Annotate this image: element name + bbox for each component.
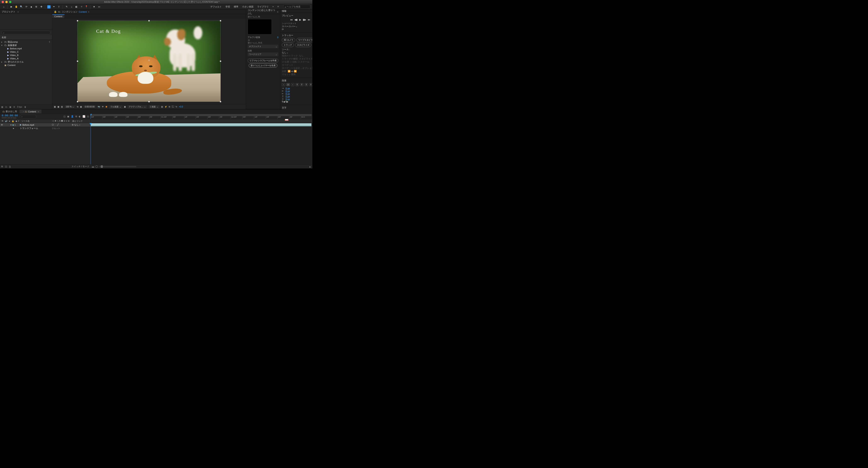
label-column[interactable]: ◆ bbox=[15, 119, 18, 123]
transform-handle[interactable] bbox=[220, 101, 221, 102]
fast-preview-icon[interactable]: ⚡ bbox=[164, 106, 167, 108]
timeline-tab-render-queue[interactable]: 🗀書き出し用 bbox=[0, 109, 20, 114]
info-panel-tab[interactable]: 情報≡ bbox=[280, 9, 312, 13]
collapse-icon[interactable]: ⊡ bbox=[87, 115, 89, 118]
tracker-tab-label[interactable]: トラッカー bbox=[282, 34, 293, 37]
zoom-out-icon[interactable]: ▬ bbox=[92, 165, 94, 168]
panel-menu-icon[interactable]: ≡ bbox=[18, 10, 19, 13]
caf-reference-frame-button[interactable]: リファレンスフレームを作成 bbox=[248, 59, 278, 63]
character-tab-label[interactable]: 文字 bbox=[282, 106, 286, 109]
justify-last-center-icon[interactable]: ≣ bbox=[300, 83, 303, 86]
grid-icon[interactable]: ▦ bbox=[80, 106, 82, 108]
trash-icon[interactable]: 🗑 bbox=[24, 106, 26, 108]
exposure-value[interactable]: +0.0 bbox=[179, 106, 183, 108]
comp-tab-content[interactable]: Content bbox=[52, 14, 65, 18]
time-ruler[interactable]: 00f05f10f15f20f25f01:00f05f10f15f20f25f0… bbox=[91, 114, 312, 119]
toggle-in-out-icon[interactable]: {} bbox=[9, 165, 10, 168]
step-back-icon[interactable]: ◀▮ bbox=[294, 18, 298, 21]
zoom-dropdown[interactable]: 100 % ⌄ bbox=[64, 106, 75, 108]
zoom-in-icon[interactable]: ▲ bbox=[309, 165, 311, 168]
preview-shortcut-dropdown[interactable]: スペースバー⌄ bbox=[282, 25, 312, 28]
caf-alpha-slider[interactable] bbox=[248, 39, 250, 41]
justify-all-icon[interactable]: ≣ bbox=[309, 83, 312, 86]
help-search[interactable]: ⌕ ヘルプを検索 bbox=[283, 5, 310, 9]
twirl-icon[interactable]: ▸ bbox=[10, 123, 12, 126]
snapshot-icon[interactable]: 📷 bbox=[98, 106, 100, 108]
color-mgmt-icon[interactable]: ⬣ bbox=[105, 106, 107, 108]
orbit-tool-icon[interactable]: ⟳ bbox=[25, 5, 28, 8]
transform-handle[interactable] bbox=[220, 61, 221, 62]
transform-handle[interactable] bbox=[77, 61, 78, 62]
workspace-small[interactable]: 小さい画面 bbox=[242, 5, 253, 8]
timeline-link-icon[interactable]: ⧉ bbox=[169, 106, 170, 108]
project-item[interactable]: ▣Content bbox=[0, 63, 52, 67]
project-item[interactable]: ▶Before.mp4 bbox=[0, 47, 52, 50]
project-bin-list[interactable]: ▸🗀部品comp⇪▾🗀画像素材▶Before.mp4▶Video_C▶Video… bbox=[0, 40, 52, 105]
play-icon[interactable]: ▶ bbox=[299, 18, 301, 21]
clone-tool-icon[interactable]: ⟐ bbox=[70, 5, 73, 8]
lock-icon[interactable]: 🔒 bbox=[54, 10, 57, 13]
new-comp-icon[interactable]: ▣ bbox=[9, 106, 11, 108]
align-left-icon[interactable]: ≡ bbox=[282, 83, 285, 86]
view-layout-dropdown[interactable]: 1 画面 ⌄ bbox=[149, 105, 159, 109]
work-area-bar[interactable] bbox=[91, 114, 311, 116]
indent-left[interactable]: ⇥0 px bbox=[282, 87, 312, 90]
preview-tab-label[interactable]: プレビュー bbox=[282, 14, 293, 17]
step-forward-icon[interactable]: ▮▶ bbox=[303, 18, 306, 21]
project-item[interactable]: ▾🗀画像素材 bbox=[0, 43, 52, 47]
composition-frame[interactable]: Cat & Dog ✛ bbox=[78, 21, 220, 101]
eraser-tool-icon[interactable]: ◧ bbox=[75, 5, 78, 8]
layer-row[interactable]: 👁 ▸ ■ 1 ▶Before.mp4 ⬡╱ ⊚ なし⌄ bbox=[0, 123, 90, 126]
text-layer-catdog[interactable]: Cat & Dog bbox=[96, 29, 121, 34]
toggle-modes-icon[interactable]: ◫ bbox=[5, 165, 7, 168]
workspace-learn[interactable]: 学習 bbox=[225, 5, 230, 8]
panel-menu-icon[interactable]: ≡ bbox=[88, 10, 89, 13]
panel-menu-icon[interactable]: ≡ bbox=[38, 110, 39, 113]
align-center-icon[interactable]: ≡ bbox=[286, 83, 290, 86]
transform-handle[interactable] bbox=[77, 20, 78, 21]
switch-quality[interactable]: ╱ bbox=[57, 123, 59, 126]
parent-column[interactable]: 親とリンク bbox=[72, 119, 90, 123]
timeline-tab-content[interactable]: ×🗀Content≡ bbox=[20, 110, 41, 114]
canvas[interactable]: Cat & Dog ✛ bbox=[52, 18, 246, 104]
viewer-comp-name[interactable]: Content bbox=[79, 10, 87, 13]
toggle-mask-icon[interactable]: ▣ bbox=[57, 106, 59, 108]
anchor-tool-icon[interactable]: ✥ bbox=[39, 5, 43, 8]
video-toggle-icon[interactable]: 👁 bbox=[1, 124, 3, 126]
hand-tool-icon[interactable]: ✋ bbox=[15, 5, 18, 8]
rtl-toggle-icon[interactable]: ¶◀ bbox=[282, 100, 285, 103]
project-item[interactable]: ▸🗀塗りのスタイル bbox=[0, 60, 52, 63]
frame-blend-icon[interactable]: ⧉ bbox=[75, 115, 77, 118]
zoom-tool-icon[interactable]: 🔍 bbox=[20, 5, 23, 8]
pen-tool-icon[interactable]: ✒ bbox=[52, 5, 56, 8]
video-column-icon[interactable]: 👁 bbox=[1, 119, 4, 123]
workspace-standard[interactable]: 標準 bbox=[234, 5, 238, 8]
close-icon[interactable]: × bbox=[23, 110, 24, 113]
layer-name[interactable]: Before.mp4 bbox=[22, 124, 34, 126]
window-close-button[interactable] bbox=[2, 1, 4, 3]
project-item[interactable]: ▶Video_B bbox=[0, 54, 52, 57]
tracker-source-dropdown[interactable]: なし⌄ bbox=[282, 51, 312, 54]
caf-generate-button[interactable]: 塗りつぶしレイヤーを生成 bbox=[249, 63, 277, 68]
workspace-default[interactable]: デフォルト bbox=[210, 5, 222, 8]
justify-last-right-icon[interactable]: ≣ bbox=[305, 83, 308, 86]
view-dropdown[interactable]: アクティブカ… ⌄ bbox=[127, 105, 147, 109]
toggle-switches-icon[interactable]: ⧉ bbox=[1, 165, 3, 168]
lock-column-icon[interactable]: 🔒 bbox=[11, 119, 15, 123]
paragraph-tab-label[interactable]: 段落 bbox=[282, 79, 286, 82]
layer-duration-bar[interactable] bbox=[91, 123, 311, 126]
caf-range-dropdown[interactable]: ワークエリア⌄ bbox=[248, 53, 278, 56]
twirl-icon[interactable]: ▸ bbox=[13, 127, 14, 130]
switch-collapse[interactable]: ⬡ bbox=[52, 123, 54, 126]
pickwhip-icon[interactable]: ⊚ bbox=[72, 123, 73, 126]
shy-icon[interactable]: 👤 bbox=[71, 115, 74, 118]
tracker-3d-camera-button[interactable]: 3D カメラ bbox=[282, 38, 295, 42]
text-tool-icon[interactable]: T bbox=[57, 5, 61, 8]
new-folder-icon[interactable]: 🗀 bbox=[5, 106, 7, 108]
go-to-end-icon[interactable]: ⏭ bbox=[308, 18, 310, 21]
zoom-to-frame-icon[interactable]: ◯ bbox=[95, 165, 98, 168]
project-column-header[interactable]: 名前 bbox=[0, 35, 52, 40]
home-icon[interactable]: ⌂ bbox=[2, 5, 5, 8]
transform-handle[interactable] bbox=[220, 20, 221, 21]
parent-dropdown[interactable]: なし⌄ bbox=[74, 123, 87, 126]
